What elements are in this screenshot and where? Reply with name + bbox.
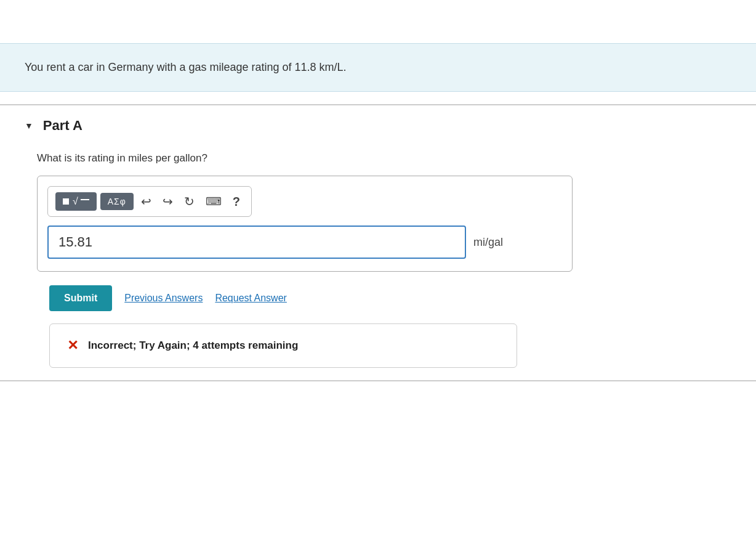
sqrt-symbol: √ — [73, 196, 78, 207]
redo-button[interactable]: ↪ — [159, 192, 177, 211]
formula-button[interactable]: ΑΣφ — [100, 193, 134, 210]
overline-box — [81, 199, 89, 206]
keyboard-button[interactable]: ⌨ — [202, 192, 225, 211]
keyboard-icon: ⌨ — [206, 195, 222, 208]
unit-label: mi/gal — [473, 236, 503, 249]
help-button[interactable]: ? — [229, 192, 244, 211]
collapse-arrow-icon[interactable]: ▼ — [25, 121, 33, 131]
input-row: mi/gal — [47, 226, 562, 259]
request-answer-button[interactable]: Request Answer — [215, 293, 287, 304]
problem-banner-text: You rent a car in Germany with a gas mil… — [25, 61, 347, 73]
part-header[interactable]: ▼ Part A — [25, 118, 731, 134]
refresh-icon: ↻ — [184, 194, 195, 209]
math-toolbar: √ ΑΣφ ↩ ↪ ↻ ⌨ ? — [47, 186, 252, 217]
undo-button[interactable]: ↩ — [137, 192, 155, 211]
redo-icon: ↪ — [163, 194, 173, 209]
problem-banner: You rent a car in Germany with a gas mil… — [0, 43, 756, 92]
action-row: Submit Previous Answers Request Answer — [37, 285, 731, 311]
question-text: What is its rating in miles per gallon? — [37, 152, 731, 165]
answer-input[interactable] — [47, 226, 466, 259]
refresh-button[interactable]: ↻ — [180, 192, 198, 211]
feedback-box: ✕ Incorrect; Try Again; 4 attempts remai… — [49, 323, 517, 368]
question-area: What is its rating in miles per gallon? … — [25, 152, 731, 368]
undo-icon: ↩ — [141, 194, 151, 209]
part-title: Part A — [43, 118, 82, 134]
feedback-text: Incorrect; Try Again; 4 attempts remaini… — [88, 339, 298, 352]
math-editor-button[interactable]: √ — [55, 192, 97, 211]
formula-btn-label: ΑΣφ — [108, 197, 126, 206]
help-icon: ? — [233, 195, 240, 209]
previous-answers-button[interactable]: Previous Answers — [124, 293, 203, 304]
part-section: ▼ Part A What is its rating in miles per… — [0, 104, 756, 381]
square-icon — [63, 198, 69, 205]
answer-box: √ ΑΣφ ↩ ↪ ↻ ⌨ ? — [37, 176, 573, 272]
submit-button[interactable]: Submit — [49, 285, 112, 311]
incorrect-icon: ✕ — [67, 338, 78, 354]
